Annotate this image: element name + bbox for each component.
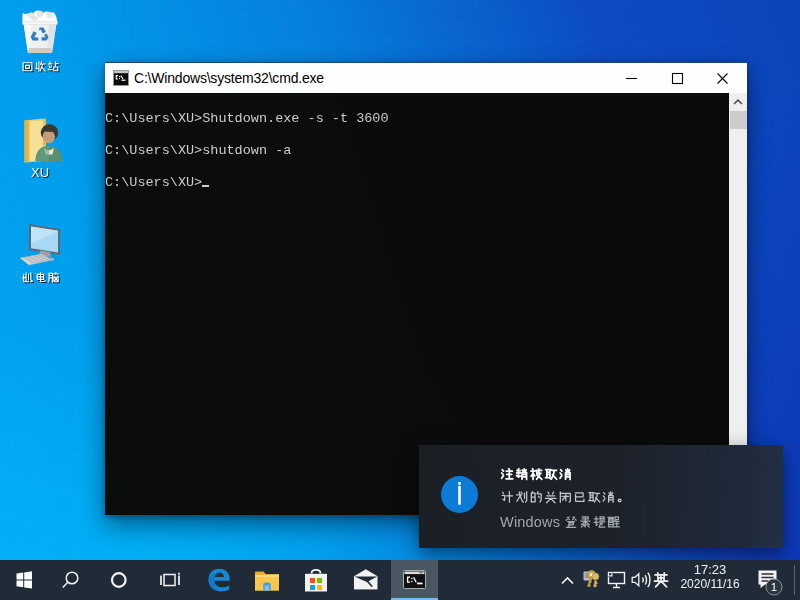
svg-text:1: 1 <box>771 581 777 593</box>
